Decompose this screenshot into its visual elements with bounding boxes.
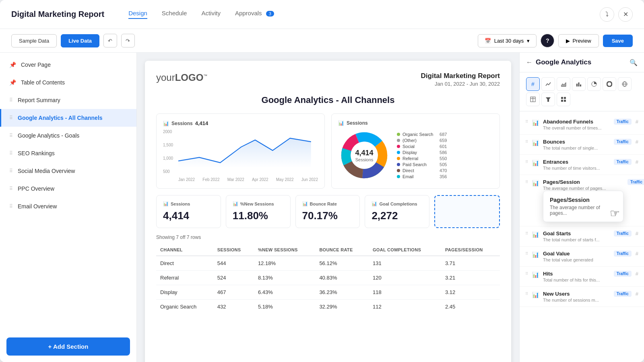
svg-rect-9	[576, 84, 578, 86]
drag-handle-icon: ⠿	[525, 251, 528, 256]
svg-rect-24	[561, 100, 563, 102]
widget-hash-icon: #	[636, 139, 638, 145]
live-data-button[interactable]: Live Data	[61, 34, 99, 47]
widget-info: Pages/Session The average number of page…	[543, 179, 623, 222]
donut-chart-box: 📊 Sessions	[331, 113, 500, 189]
svg-marker-21	[546, 97, 551, 102]
tab-design[interactable]: Design	[128, 10, 147, 19]
wtype-donut[interactable]	[603, 77, 616, 91]
widget-list: ⠿ 📊 Abandoned Funnels The overall number…	[520, 111, 644, 362]
wtype-funnel[interactable]	[541, 93, 555, 106]
section-title: Google Analytics - All Channels	[156, 95, 500, 105]
canvas-page: yourLOGO™ Digital Marketing Report Jan 0…	[145, 61, 511, 362]
drag-handle-icon: ⠿	[9, 186, 13, 191]
page-report-title: Digital Marketing Report	[421, 72, 500, 80]
add-section-button[interactable]: + Add Section	[6, 337, 130, 356]
drag-handle-icon: ⠿	[525, 230, 528, 236]
wtype-pie[interactable]	[587, 77, 601, 91]
back-arrow-icon[interactable]: ←	[526, 59, 533, 66]
widget-item[interactable]: ⠿ 📊 Abandoned Funnels The overall number…	[520, 115, 644, 135]
sidebar-item-social-media-overview[interactable]: ⠿ Social Media Overview	[0, 162, 136, 180]
date-range-button[interactable]: 📅 Last 30 days ▾	[478, 34, 537, 47]
center-canvas: yourLOGO™ Digital Marketing Report Jan 0…	[137, 53, 519, 362]
widget-item[interactable]: ⠿ 📊 Hits Total number of hits for this..…	[520, 267, 644, 287]
add-section-area: + Add Section	[6, 337, 130, 356]
search-icon[interactable]: 🔍	[630, 59, 638, 66]
share-button[interactable]: ⤵	[600, 7, 614, 22]
drag-handle-icon: ⠿	[9, 97, 13, 103]
widget-type-icons: #	[520, 72, 644, 111]
col-channel: CHANNEL	[156, 244, 213, 256]
sidebar-item-table-of-contents[interactable]: 📌 Table of Contents	[0, 74, 136, 91]
svg-rect-22	[561, 97, 563, 99]
right-panel: ← Google Analytics 🔍 #	[519, 53, 644, 362]
metric-card-goal-completions: 📊Goal Completions 2,272	[365, 195, 429, 228]
widget-info: New Users The number of sessions m...	[543, 291, 610, 302]
donut-chart-label: 📊 Sessions	[338, 120, 493, 126]
wtype-line[interactable]	[541, 77, 555, 91]
calendar-icon: 📅	[485, 38, 491, 44]
widget-tag: Traffic	[614, 139, 632, 145]
col-goal-completions: GOAL COMPLETIONS	[369, 244, 441, 256]
sidebar-item-google-analytics-channels[interactable]: ⠿ Google Analytics - All Channels	[0, 109, 136, 127]
svg-rect-11	[580, 84, 581, 86]
sidebar-item-google-analytics-goals[interactable]: ⠿ Google Analytics - Goals	[0, 127, 136, 144]
header-tabs: Design Schedule Activity Approvals 3	[128, 10, 600, 19]
tab-approvals[interactable]: Approvals 3	[235, 10, 274, 19]
tooltip-title: Pages/Session	[550, 197, 617, 203]
save-button[interactable]: Save	[603, 35, 633, 47]
widget-desc: The average number of pages...	[543, 186, 623, 191]
cursor-icon: ☞	[610, 207, 620, 220]
wtype-globe[interactable]	[618, 77, 632, 91]
sidebar-item-ppc-overview[interactable]: ⠿ PPC Overview	[0, 180, 136, 197]
sidebar-item-report-summary[interactable]: ⠿ Report Summary	[0, 91, 136, 109]
sidebar-item-seo-rankings[interactable]: ⠿ SEO Rankings	[0, 144, 136, 162]
chart-icon: 📊	[532, 291, 539, 298]
wtype-table[interactable]	[526, 93, 540, 106]
widget-name: Hits	[543, 271, 610, 277]
chart-icon: 📊	[532, 271, 539, 278]
table-row: Referral5248.13%40.83%1203.21	[156, 271, 500, 285]
drag-handle-icon: ⠿	[9, 133, 13, 138]
line-chart-yaxis: 2000 1,500 1,000 500	[163, 130, 177, 174]
play-icon: ▶	[566, 38, 570, 44]
widget-name: Bounces	[543, 139, 610, 145]
sidebar-item-email-overview[interactable]: ⠿ Email Overview	[0, 197, 136, 215]
chart-icon: 📊	[532, 139, 539, 146]
wtype-bar[interactable]	[572, 77, 586, 91]
chart-icon: 📊	[532, 159, 539, 166]
widget-item[interactable]: ⠿ 📊 Entrances The number of time visitor…	[520, 155, 644, 175]
widget-item[interactable]: ⠿ 📊 Bounces The total number of single..…	[520, 135, 644, 155]
sample-data-button[interactable]: Sample Data	[11, 34, 57, 47]
close-button[interactable]: ✕	[618, 7, 633, 22]
widget-item[interactable]: ⠿ 📊 Goal Starts The total number of star…	[520, 226, 644, 247]
metric-card-sessions: 📊Sessions 4,414	[156, 195, 221, 228]
widget-tooltip: Pages/Session The average number of page…	[543, 191, 623, 222]
help-button[interactable]: ?	[541, 34, 554, 47]
wtype-hash[interactable]: #	[526, 77, 540, 91]
wtype-grid[interactable]	[557, 93, 570, 106]
wtype-area[interactable]	[557, 77, 570, 91]
right-panel-title: Google Analytics	[536, 58, 626, 66]
pin-icon: 📌	[9, 79, 16, 86]
redo-button[interactable]: ↷	[121, 34, 135, 47]
tab-schedule[interactable]: Schedule	[162, 10, 187, 19]
col-new-sessions: %NEW SESSIONS	[254, 244, 316, 256]
drag-handle-icon: ⠿	[9, 150, 13, 156]
undo-button[interactable]: ↶	[103, 34, 117, 47]
widget-tag: Traffic	[627, 179, 644, 185]
drag-handle-icon: ⠿	[525, 291, 528, 296]
table-showing-text: Showing 7 off 7 rows	[156, 234, 500, 240]
sidebar-item-cover-page[interactable]: 📌 Cover Page	[0, 56, 136, 74]
tab-activity[interactable]: Activity	[201, 10, 221, 19]
svg-rect-23	[564, 97, 566, 99]
tooltip-desc: The average number of pages...	[550, 205, 617, 216]
preview-button[interactable]: ▶ Preview	[558, 34, 599, 47]
chevron-down-icon: ▾	[527, 38, 530, 44]
widget-item[interactable]: ⠿ 📊 Pages/Session The average number of …	[520, 175, 644, 226]
widget-tag: Traffic	[614, 271, 632, 277]
widget-item[interactable]: ⠿ 📊 New Users The number of sessions m..…	[520, 287, 644, 307]
widget-info: Entrances The number of time visitors...	[543, 159, 610, 171]
widget-hash-icon: #	[636, 271, 638, 277]
widget-item[interactable]: ⠿ 📊 Goal Value The total value generated…	[520, 247, 644, 267]
